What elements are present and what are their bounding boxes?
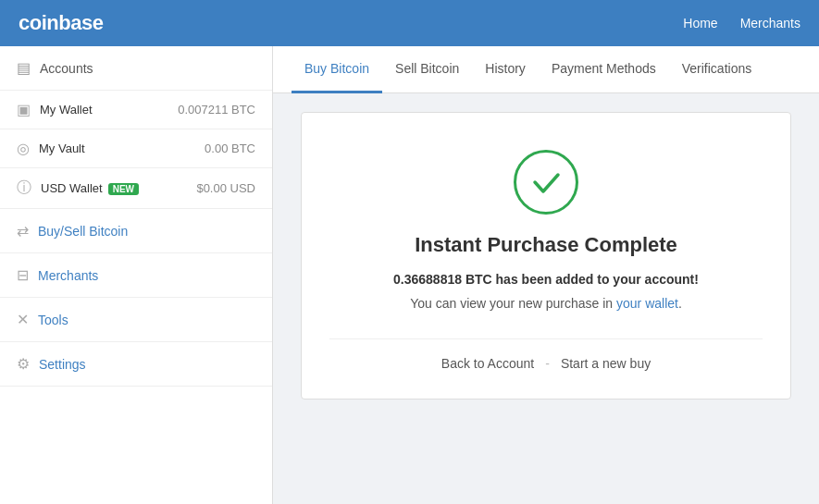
usd-icon: ⓘ: [17, 178, 31, 198]
your-wallet-link[interactable]: your wallet: [616, 296, 678, 311]
content-area: Instant Purchase Complete 0.36688818 BTC…: [273, 93, 819, 504]
card-actions: Back to Account - Start a new buy: [329, 338, 763, 371]
sidebar-item-buy-sell[interactable]: ⇄ Buy/Sell Bitcoin: [0, 209, 272, 253]
wallet-balance-my-vault: 0.00 BTC: [205, 141, 255, 155]
tabs-bar: Buy Bitcoin Sell Bitcoin History Payment…: [273, 46, 819, 93]
tools-icon: ✕: [17, 311, 29, 328]
purchase-sub: You can view your new purchase in your w…: [329, 296, 763, 311]
folder-icon: ▤: [17, 59, 31, 77]
layout: ▤ Accounts ▣ My Wallet 0.007211 BTC ◎ My…: [0, 46, 819, 504]
sidebar-item-settings[interactable]: ⚙ Settings: [0, 342, 272, 387]
wallet-name-my-vault: My Vault: [39, 141, 205, 155]
sidebar-item-my-vault[interactable]: ◎ My Vault 0.00 BTC: [0, 129, 272, 168]
sidebar-item-my-wallet[interactable]: ▣ My Wallet 0.007211 BTC: [0, 91, 272, 129]
logo: coinbase: [19, 11, 103, 35]
tab-history[interactable]: History: [472, 46, 539, 93]
wallet-balance-usd-wallet: $0.00 USD: [196, 181, 255, 195]
tab-sell-bitcoin[interactable]: Sell Bitcoin: [382, 46, 472, 93]
nav-merchants[interactable]: Merchants: [740, 16, 800, 31]
purchase-card: Instant Purchase Complete 0.36688818 BTC…: [301, 112, 791, 400]
wallet-icon: ▣: [17, 101, 31, 118]
tab-payment-methods[interactable]: Payment Methods: [539, 46, 669, 93]
back-to-account-link[interactable]: Back to Account: [441, 356, 534, 371]
wallet-balance-my-wallet: 0.007211 BTC: [178, 103, 255, 117]
settings-icon: ⚙: [17, 355, 30, 373]
tab-verifications[interactable]: Verifications: [669, 46, 764, 93]
sidebar-accounts-header: ▤ Accounts: [0, 46, 272, 91]
accounts-label: Accounts: [40, 61, 93, 76]
start-new-buy-link[interactable]: Start a new buy: [561, 356, 651, 371]
wallet-name-usd-wallet: USD WalletNEW: [41, 181, 196, 195]
top-nav: coinbase Home Merchants: [0, 0, 819, 46]
merchants-label: Merchants: [38, 268, 98, 283]
tab-buy-bitcoin[interactable]: Buy Bitcoin: [292, 46, 382, 93]
vault-icon: ◎: [17, 140, 30, 157]
arrows-icon: ⇄: [17, 222, 29, 240]
purchase-title: Instant Purchase Complete: [329, 233, 763, 257]
sidebar-item-usd-wallet[interactable]: ⓘ USD WalletNEW $0.00 USD: [0, 168, 272, 209]
sidebar: ▤ Accounts ▣ My Wallet 0.007211 BTC ◎ My…: [0, 46, 273, 504]
nav-links: Home Merchants: [683, 16, 800, 31]
sidebar-item-merchants[interactable]: ⊟ Merchants: [0, 253, 272, 298]
action-separator: -: [545, 356, 550, 371]
wallet-name-my-wallet: My Wallet: [40, 103, 178, 117]
success-icon: [514, 150, 578, 215]
main-content: Buy Bitcoin Sell Bitcoin History Payment…: [273, 46, 819, 504]
tools-label: Tools: [38, 313, 68, 327]
cart-icon: ⊟: [17, 266, 29, 284]
purchase-detail: 0.36688818 BTC has been added to your ac…: [329, 272, 763, 287]
nav-home[interactable]: Home: [683, 16, 717, 31]
new-badge: NEW: [108, 183, 139, 195]
buy-sell-label: Buy/Sell Bitcoin: [38, 224, 128, 239]
sidebar-item-tools[interactable]: ✕ Tools: [0, 298, 272, 342]
settings-label: Settings: [39, 357, 86, 372]
